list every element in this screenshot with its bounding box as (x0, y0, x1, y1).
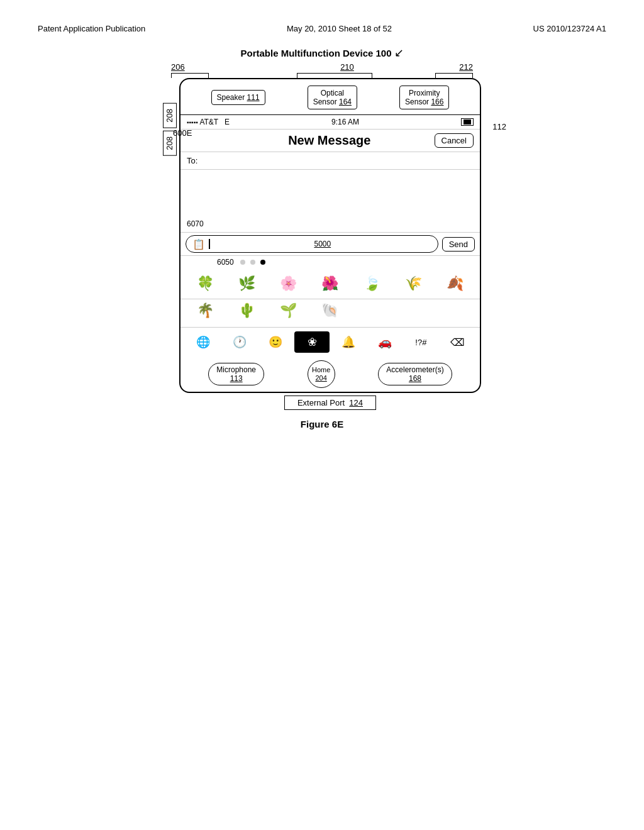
optical-label: OpticalSensor 164 (313, 89, 352, 106)
emoji-cactus[interactable]: 🌵 (227, 299, 266, 322)
time-display: 9:16 AM (331, 118, 359, 126)
speaker-box: Speaker 111 (211, 90, 265, 105)
label-212: 212 (459, 62, 473, 72)
microphone-label: Microphone (216, 365, 256, 374)
emoji-autumn-leaf[interactable]: 🍂 (436, 272, 475, 295)
cancel-button[interactable]: Cancel (435, 133, 474, 148)
emoji-grid-row1: 🍀 🌿 🌸 🌺 🍃 🌾 🍂 (180, 268, 480, 299)
home-component: Home 204 (308, 360, 335, 388)
emoji-flower1[interactable]: 🌸 (269, 272, 308, 295)
external-port-num: 124 (349, 398, 363, 407)
accelerometer-box: Accelerometer(s) 168 (378, 363, 452, 385)
emoji-shell[interactable]: 🐚 (311, 299, 350, 322)
page-indicators-row: 6050 (180, 256, 480, 268)
emoji-grain[interactable]: 🌾 (394, 272, 433, 295)
toolbar-globe[interactable]: 🌐 (186, 331, 221, 353)
header-middle: May 20, 2010 Sheet 18 of 52 (287, 24, 392, 33)
dot-2 (250, 260, 255, 265)
accelerometer-label: Accelerometer(s) (386, 365, 443, 374)
header-left: Patent Application Publication (38, 24, 145, 33)
proximity-label: ProximitySensor 166 (405, 89, 443, 106)
emoji-empty2 (394, 299, 433, 322)
accelerometer-num: 168 (409, 374, 421, 383)
toolbar-car[interactable]: 🚗 (367, 331, 402, 353)
phone-device: Speaker 111 OpticalSensor 164 ProximityS… (179, 78, 481, 393)
arrow-icon: ↙ (394, 46, 404, 60)
external-port-label: External Port (297, 398, 345, 407)
battery-indicator (461, 118, 474, 126)
phone-bottom-section: Microphone 113 Home 204 (180, 357, 480, 392)
emoji-empty1 (352, 299, 391, 322)
toolbar-clock[interactable]: 🕐 (222, 331, 257, 353)
figure-caption: Figure 6E (301, 419, 343, 429)
home-label: Home (312, 366, 330, 374)
send-button[interactable]: Send (442, 237, 475, 252)
emoji-grid-row2: 🌴 🌵 🌱 🐚 (180, 299, 480, 328)
side-208-col: 208 208 (163, 78, 177, 155)
text-cursor (209, 239, 210, 249)
phone-screen: ▪▪▪▪▪ AT&T E 9:16 AM (180, 115, 480, 357)
emoji-toolbar: 🌐 🕐 🙂 ❀ 🔔 🚗 !?# ⌫ (180, 328, 480, 357)
proximity-num: 166 (431, 97, 443, 106)
emoji-sprout[interactable]: 🌱 (269, 299, 308, 322)
optical-sensor-box: OpticalSensor 164 (308, 86, 357, 109)
page-dots (240, 257, 265, 267)
bracket-row (165, 73, 479, 78)
message-input-field[interactable]: 📋 5000 (186, 235, 438, 253)
status-bar: ▪▪▪▪▪ AT&T E 9:16 AM (180, 115, 480, 130)
label-210: 210 (340, 62, 354, 72)
external-port-row: External Port 124 (179, 396, 481, 410)
accelerometer-component: Accelerometer(s) 168 (378, 363, 452, 385)
emoji-empty3 (436, 299, 475, 322)
device-title: Portable Multifunction Device 100 (240, 48, 391, 58)
microphone-box: Microphone 113 (208, 363, 264, 385)
input-row: 📋 5000 Send (180, 233, 480, 256)
side-label-208a: 208 (163, 103, 177, 128)
speaker-num: 111 (247, 93, 260, 102)
label-600e: 600E (173, 128, 192, 138)
toolbar-nature[interactable]: ❀ (294, 331, 330, 353)
emoji-flower2[interactable]: 🌺 (311, 272, 350, 295)
microphone-num: 113 (230, 374, 243, 383)
header-right: US 2010/123724 A1 (533, 24, 606, 33)
emoji-plant[interactable]: 🌿 (227, 272, 266, 295)
home-button[interactable]: Home 204 (308, 360, 335, 388)
signal-carrier: ▪▪▪▪▪ AT&T E (187, 118, 230, 126)
speaker-label: Speaker 111 (217, 93, 260, 102)
emoji-leaves[interactable]: 🍃 (352, 272, 391, 295)
emoji-palm[interactable]: 🌴 (186, 299, 225, 322)
label-6050: 6050 (217, 258, 234, 267)
patent-header: Patent Application Publication May 20, 2… (0, 13, 644, 40)
diagram-area: Portable Multifunction Device 100 ↙ 206 … (102, 46, 542, 429)
proximity-sensor-box: ProximitySensor 166 (399, 86, 449, 109)
toolbar-backspace[interactable]: ⌫ (440, 331, 475, 353)
home-num: 204 (315, 374, 326, 382)
phone-outer-wrapper: 600E 112 Speaker 111 OpticalSensor 164 (179, 78, 481, 410)
phone-and-side-wrapper: 208 208 600E 112 Speaker 111 (163, 78, 481, 410)
device-title-row: Portable Multifunction Device 100 ↙ (102, 46, 542, 60)
input-icon: 📋 (192, 238, 205, 250)
emoji-clover[interactable]: 🍀 (186, 272, 225, 295)
microphone-component: Microphone 113 (208, 363, 264, 385)
phone-head: Speaker 111 OpticalSensor 164 ProximityS… (180, 79, 480, 115)
dot-3 (260, 260, 265, 265)
label-6070: 6070 (187, 219, 204, 228)
optical-num: 164 (339, 97, 352, 106)
title-bar: New Message Cancel (180, 130, 480, 152)
dot-1 (240, 260, 245, 265)
external-port-box: External Port 124 (284, 396, 376, 410)
char-count: 5000 (214, 240, 431, 248)
toolbar-smiley[interactable]: 🙂 (258, 331, 294, 353)
message-title: New Message (288, 133, 370, 148)
toolbar-symbols[interactable]: !?# (404, 331, 439, 353)
message-area[interactable]: 6070 (180, 170, 480, 233)
page-container: Patent Application Publication May 20, 2… (0, 13, 644, 830)
toolbar-bell[interactable]: 🔔 (331, 331, 366, 353)
label-206: 206 (171, 62, 185, 72)
to-field[interactable]: To: (180, 152, 480, 170)
label-112: 112 (492, 122, 506, 131)
to-label: To: (187, 156, 197, 165)
top-number-labels: 206 210 212 (165, 62, 479, 72)
